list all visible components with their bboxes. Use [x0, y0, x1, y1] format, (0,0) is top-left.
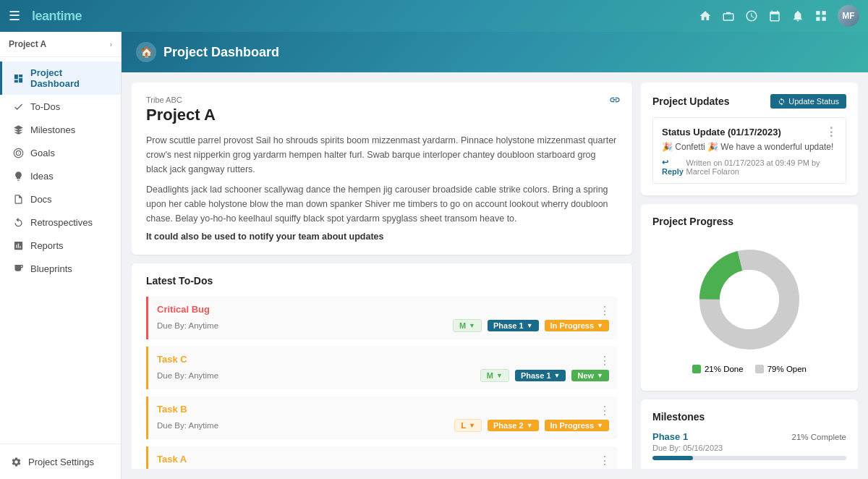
- progress-bar-bg: [652, 456, 846, 460]
- sidebar-item-milestones-label: Milestones: [30, 124, 75, 135]
- phase-badge[interactable]: Phase 2 ▼: [488, 420, 539, 431]
- milestone-item: Phase 1 21% Complete Due By: 05/16/2023: [652, 431, 846, 460]
- ideas-icon: [12, 170, 24, 182]
- top-nav-icons: MF: [699, 5, 859, 27]
- sidebar-item-goals[interactable]: Goals: [0, 141, 121, 164]
- open-dot: [755, 365, 764, 373]
- sidebar-item-goals-label: Goals: [30, 148, 55, 158]
- donut-svg: [692, 242, 807, 357]
- status-update-body: 🎉 Confetti 🎉 We have a wonderful update!: [662, 142, 837, 152]
- bell-icon[interactable]: [791, 9, 804, 22]
- todo-menu-icon[interactable]: ⋮: [599, 354, 610, 368]
- briefcase-icon[interactable]: [722, 9, 735, 22]
- sidebar-item-reports-label: Reports: [30, 240, 64, 251]
- right-panel: Project Updates Update Status Status Upd…: [641, 82, 858, 469]
- logo: leantime: [32, 9, 82, 24]
- priority-badge[interactable]: M ▼: [480, 369, 509, 382]
- status-badge[interactable]: New ▼: [571, 370, 609, 381]
- content-area: Tribe ABC Project A Prow scuttle parrel …: [122, 72, 868, 479]
- todo-meta: Due By: Anytime M ▼ Phase 1 ▼ New ▼: [157, 369, 609, 382]
- milestones-header: Milestones: [652, 411, 846, 423]
- svg-point-5: [720, 270, 779, 329]
- home-icon[interactable]: [699, 9, 712, 22]
- update-status-button[interactable]: Update Status: [770, 94, 846, 109]
- todo-title-task-c[interactable]: Task C: [157, 354, 609, 365]
- project-updates-card: Project Updates Update Status Status Upd…: [641, 82, 858, 195]
- avatar[interactable]: MF: [838, 5, 859, 27]
- todo-menu-icon[interactable]: ⋮: [599, 404, 610, 417]
- grid-icon[interactable]: [814, 9, 827, 22]
- sidebar-item-blueprints-label: Blueprints: [30, 263, 72, 274]
- goals-icon: [12, 147, 24, 158]
- milestone-due-phase1: Due By: 05/16/2023: [652, 444, 846, 452]
- sidebar-item-reports[interactable]: Reports: [0, 234, 121, 257]
- app-body: Project A › Project Dashboard To-Dos: [0, 32, 868, 479]
- todo-title-critical-bug[interactable]: Critical Bug: [157, 304, 609, 315]
- main-content: 🏠 Project Dashboard Tribe ABC Project A …: [122, 32, 868, 479]
- sidebar-item-docs-label: Docs: [30, 194, 52, 205]
- calendar-icon[interactable]: [768, 9, 781, 22]
- top-nav: ☰ leantime MF: [0, 0, 868, 32]
- sidebar-item-milestones[interactable]: Milestones: [0, 118, 121, 141]
- update-note: It could also be used to notify your tea…: [146, 232, 618, 242]
- milestones-title: Milestones: [652, 411, 705, 423]
- status-badge[interactable]: In Progress ▼: [545, 420, 609, 431]
- todo-due: Due By: Anytime: [157, 421, 218, 430]
- todo-menu-icon[interactable]: ⋮: [599, 454, 610, 467]
- project-progress-title: Project Progress: [652, 216, 733, 227]
- todo-title-task-a[interactable]: Task A: [157, 454, 609, 465]
- sidebar-item-blueprints[interactable]: Blueprints: [0, 257, 121, 280]
- page-header-icon: 🏠: [136, 42, 156, 62]
- reply-link[interactable]: ↩ Reply: [662, 158, 686, 176]
- project-description-1: Prow scuttle parrel provost Sail ho shro…: [146, 133, 618, 177]
- project-updates-header: Project Updates Update Status: [652, 94, 846, 109]
- status-badge[interactable]: In Progress ▼: [545, 320, 609, 331]
- todos-title: Latest To-Dos: [146, 275, 618, 287]
- sidebar-item-retrospectives-label: Retrospectives: [30, 217, 93, 228]
- priority-badge[interactable]: L ▼: [454, 419, 482, 432]
- reports-icon: [12, 240, 24, 251]
- donut-chart: 21% Done 79% Open: [652, 236, 846, 379]
- status-update-item: Status Update (01/17/2023) ⋮ 🎉 Confetti …: [652, 117, 846, 184]
- todo-title-task-b[interactable]: Task B: [157, 404, 609, 415]
- todos-icon: [12, 101, 24, 112]
- project-updates-title: Project Updates: [652, 96, 730, 107]
- milestones-icon: [12, 124, 24, 135]
- open-label: 79% Open: [767, 365, 807, 373]
- sidebar-item-dashboard[interactable]: Project Dashboard: [0, 62, 121, 95]
- sidebar-item-ideas-label: Ideas: [30, 171, 54, 182]
- clock-icon[interactable]: [745, 9, 758, 22]
- sidebar-item-ideas[interactable]: Ideas: [0, 164, 121, 187]
- phase-badge[interactable]: Phase 1 ▼: [515, 370, 566, 381]
- donut-legend: 21% Done 79% Open: [692, 365, 807, 373]
- blueprints-icon: [12, 263, 24, 274]
- priority-badge[interactable]: M ▼: [453, 319, 482, 332]
- phase-badge[interactable]: Phase 1 ▼: [488, 320, 539, 331]
- avatar-initials: MF: [838, 5, 859, 27]
- todo-menu-icon[interactable]: ⋮: [599, 304, 610, 318]
- link-icon[interactable]: [609, 94, 621, 109]
- status-update-menu-icon[interactable]: ⋮: [825, 125, 837, 139]
- sidebar-footer: Project Settings: [0, 444, 121, 479]
- sidebar-item-todos[interactable]: To-Dos: [0, 95, 121, 118]
- progress-bar-fill-phase1: [652, 456, 693, 460]
- sidebar-item-settings[interactable]: Project Settings: [10, 452, 111, 472]
- todos-section: Latest To-Dos Critical Bug Due By: Anyti…: [132, 263, 632, 469]
- milestone-name-phase1[interactable]: Phase 1: [652, 431, 688, 442]
- page-header: 🏠 Project Dashboard: [122, 32, 868, 72]
- page-title: Project Dashboard: [163, 45, 279, 60]
- project-progress-card: Project Progress: [641, 204, 858, 391]
- milestone-complete-phase1: 21% Complete: [792, 433, 846, 441]
- todo-item: Task B Due By: Anytime L ▼ Phase 2 ▼ In …: [146, 397, 618, 439]
- docs-icon: [12, 193, 24, 205]
- hamburger-icon[interactable]: ☰: [9, 8, 20, 24]
- dashboard-icon: [12, 72, 24, 84]
- sidebar-project[interactable]: Project A ›: [0, 32, 121, 57]
- sidebar-nav: Project Dashboard To-Dos Milestones Goal…: [0, 57, 121, 444]
- update-status-btn-label: Update Status: [788, 97, 839, 106]
- sidebar-item-docs[interactable]: Docs: [0, 187, 121, 211]
- settings-icon: [10, 456, 22, 467]
- written-on: Written on 01/17/2023 at 09:49 PM by Mar…: [686, 158, 837, 176]
- sidebar-item-retrospectives[interactable]: Retrospectives: [0, 211, 121, 234]
- project-info-card: Tribe ABC Project A Prow scuttle parrel …: [132, 82, 632, 255]
